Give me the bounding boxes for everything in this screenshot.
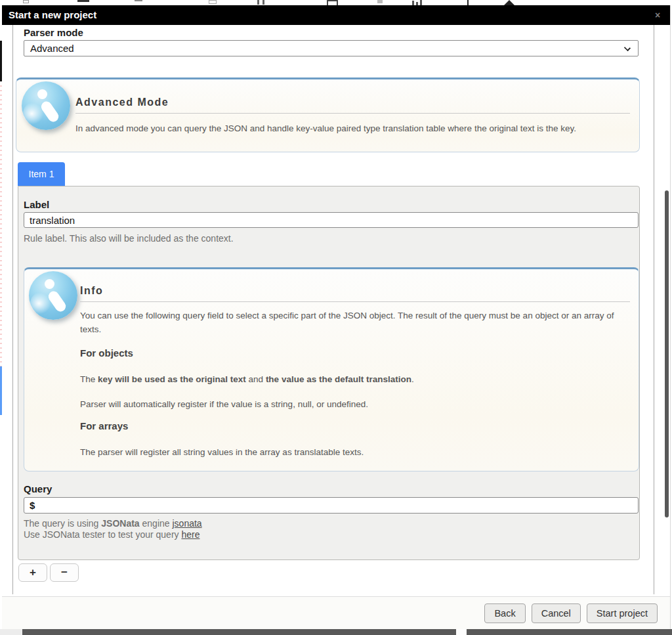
start-project-button[interactable]: Start project	[587, 603, 658, 623]
background-bottom-bar	[22, 629, 672, 635]
divider	[75, 113, 630, 114]
content-right-border	[654, 25, 654, 594]
background-bottom-bar-gap	[456, 629, 467, 635]
modal-footer: Back Cancel Start project	[2, 596, 670, 629]
label-input[interactable]	[24, 212, 639, 228]
modal-right-border	[670, 5, 671, 629]
advanced-mode-heading: Advanced Mode	[75, 97, 169, 108]
parser-mode-value: Advanced	[30, 41, 74, 56]
divider	[80, 301, 630, 302]
query-help-2: Use JSONata tester to test your query he…	[24, 529, 200, 540]
close-icon[interactable]: ×	[650, 5, 665, 25]
toolbar-icon-fragment	[467, 0, 469, 5]
toolbar-icon-fragment	[420, 0, 422, 5]
back-button[interactable]: Back	[484, 603, 525, 623]
for-arrays-heading: For arrays	[80, 420, 128, 431]
info-ball-icon	[22, 81, 70, 130]
advanced-mode-body: In advanced mode you can query the JSON …	[75, 121, 632, 135]
vertical-scrollbar-thumb[interactable]	[665, 190, 669, 517]
remove-item-button[interactable]: −	[50, 563, 79, 582]
parser-mode-select[interactable]: Advanced	[24, 40, 639, 56]
cancel-button[interactable]: Cancel	[532, 603, 581, 623]
toolbar-icon-fragment	[262, 0, 264, 5]
chevron-down-icon	[624, 45, 631, 51]
toolbar-icon-fragment	[209, 0, 217, 4]
toolbar-icon-fragment	[23, 0, 29, 3]
objects-note: Parser will automatically register if th…	[80, 397, 623, 411]
info-heading: Info	[80, 285, 103, 297]
toolbar-icon-fragment	[504, 0, 514, 5]
objects-line: The key will be used as the original tex…	[80, 372, 623, 386]
info-intro: You can use the following query field to…	[80, 309, 623, 336]
toolbar-icon-fragment	[412, 1, 414, 5]
info-panel	[24, 267, 639, 471]
toolbar-icon-fragment	[135, 0, 142, 1]
screen: Start a new project × Parser mode Advanc…	[0, 0, 672, 635]
toolbar-icon-fragment	[327, 0, 338, 5]
toolbar-icon-fragment	[77, 0, 89, 2]
modal-title: Start a new project	[9, 5, 96, 25]
info-ball-icon	[29, 271, 77, 320]
info-icon-stick	[47, 289, 68, 313]
query-help-1: The query is using JSONata engine jsonat…	[24, 518, 202, 529]
toolbar-icon-fragment	[377, 0, 383, 3]
add-item-button[interactable]: +	[18, 563, 47, 582]
advanced-mode-panel	[16, 77, 640, 152]
modal-titlebar: Start a new project ×	[2, 5, 670, 25]
parser-mode-label: Parser mode	[24, 27, 83, 38]
background-bottom-corner	[0, 629, 22, 635]
info-icon-dot	[37, 89, 47, 99]
for-objects-heading: For objects	[80, 347, 133, 359]
query-input[interactable]	[24, 497, 639, 514]
jsonata-tester-link[interactable]: here	[181, 529, 200, 540]
background-toolbar-sliver	[0, 0, 672, 5]
info-icon-dot	[45, 279, 54, 289]
info-icon-stick	[39, 99, 61, 123]
tab-item-1[interactable]: Item 1	[18, 162, 65, 186]
toolbar-icon-fragment	[257, 0, 259, 5]
jsonata-link[interactable]: jsonata	[172, 518, 201, 529]
query-label: Query	[24, 483, 52, 494]
content-left-border	[12, 25, 13, 594]
arrays-line: The parser will register all string valu…	[80, 445, 623, 459]
label-help: Rule label. This also will be included a…	[24, 233, 234, 244]
label-field-label: Label	[24, 199, 49, 210]
